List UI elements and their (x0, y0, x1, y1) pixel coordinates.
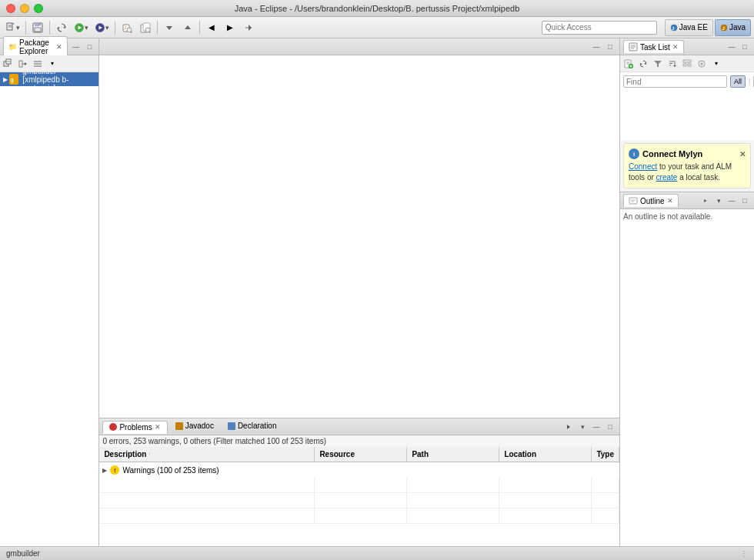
bottom-panel-minimize-btn[interactable]: — (590, 421, 602, 433)
bottom-panel-menu-btn[interactable] (562, 421, 575, 433)
task-list-label: Task List (640, 43, 670, 52)
bottom-panel-chevron-btn[interactable]: ▾ (576, 421, 589, 433)
right-panel: Task List ✕ — □ (619, 38, 754, 560)
col-location-header[interactable]: Location (499, 447, 592, 462)
new-button[interactable]: ▾ (3, 19, 22, 36)
project-tree-item[interactable]: ▶ g gmbuilder [xmlpipedb b-pertussis] (0, 72, 98, 86)
task-list-tab[interactable]: Task List ✕ (623, 40, 684, 53)
table-cell-path (407, 478, 499, 492)
declaration-tab[interactable]: Declaration (222, 420, 283, 433)
outline-maximize-btn[interactable]: □ (739, 195, 751, 207)
link-with-editor-button[interactable] (16, 57, 30, 71)
col-description-label: Description (104, 450, 146, 458)
table-row (99, 508, 619, 524)
outline-view-menu-btn[interactable] (699, 195, 712, 207)
task-list-minimize-btn[interactable]: — (726, 41, 738, 53)
task-all-filter-btn[interactable]: All (730, 75, 746, 88)
maximize-panel-button[interactable]: □ (83, 41, 95, 53)
java-ee-perspective-button[interactable]: J Java EE (665, 19, 713, 36)
open-type-button[interactable]: J (118, 19, 135, 36)
editor-content (99, 55, 619, 418)
task-list-close[interactable]: ✕ (672, 43, 679, 51)
outline-content: An outline is not available. (620, 209, 754, 560)
bottom-panel-maximize-btn[interactable]: □ (604, 421, 616, 433)
javadoc-tab[interactable]: Javadoc (169, 420, 220, 433)
svg-line-21 (149, 32, 151, 33)
statusbar-text: gmbuilder (6, 549, 40, 558)
collapse-all-button[interactable] (2, 57, 15, 71)
problems-tab-close[interactable]: ✕ (155, 423, 161, 431)
editor-minimize-button[interactable]: — (590, 41, 602, 53)
table-cell-description (99, 478, 315, 492)
table-cell-path (407, 493, 499, 508)
outline-tab[interactable]: Outline ✕ (623, 194, 679, 207)
next-annotation-button[interactable] (161, 19, 178, 36)
mylyn-title: Connect Mylyn (642, 149, 702, 158)
task-list-maximize-btn[interactable]: □ (739, 41, 751, 53)
project-icon: g (9, 74, 18, 85)
last-edit-button[interactable] (240, 19, 257, 36)
expand-dropdown-button[interactable]: ▾ (45, 57, 59, 71)
run-button[interactable]: ▾ (72, 19, 91, 36)
mylyn-body: Connect to your task and ALM tools or cr… (629, 162, 746, 183)
connect-mylyn-panel: i Connect Mylyn ✕ Connect to your task a… (623, 143, 751, 188)
col-description-header[interactable]: Description ↑ (99, 447, 315, 462)
package-explorer-close[interactable]: ✕ (56, 43, 62, 51)
task-list-panel: Task List ✕ — □ (620, 38, 754, 192)
back-button[interactable]: ◀ (203, 19, 220, 36)
java-perspective-button[interactable]: J Java (715, 19, 751, 36)
svg-marker-53 (640, 63, 642, 65)
editor-maximize-button[interactable]: □ (604, 41, 616, 53)
prev-annotation-button[interactable] (179, 19, 196, 36)
outline-minimize-btn[interactable]: — (726, 195, 738, 207)
package-explorer-header: 📁 Package Explorer ✕ — □ (0, 38, 98, 55)
mylyn-connect-link[interactable]: Connect (629, 162, 657, 171)
debug-button[interactable]: ▾ (92, 19, 112, 36)
statusbar: gmbuilder ⋮ (0, 546, 754, 560)
outline-chevron-btn[interactable]: ▾ (712, 195, 725, 207)
col-resource-header[interactable]: Resource (315, 447, 407, 462)
col-type-label: Type (596, 450, 614, 458)
task-group-btn[interactable] (680, 57, 694, 71)
task-filter-btn[interactable] (651, 57, 665, 71)
separator-2 (49, 21, 50, 35)
separator-4 (157, 21, 158, 35)
statusbar-dots: ⋮ (740, 549, 748, 558)
quick-access-input[interactable] (542, 21, 657, 35)
pkg-explorer-content[interactable]: ▶ g gmbuilder [xmlpipedb b-pertussis] (0, 72, 98, 560)
save-all-button[interactable] (29, 19, 46, 36)
package-explorer-tab[interactable]: 📁 Package Explorer ✕ (3, 36, 68, 57)
view-menu-button[interactable] (31, 57, 45, 71)
synchronize-btn[interactable] (636, 57, 650, 71)
tree-collapse-arrow[interactable]: ▶ (3, 76, 8, 83)
warnings-group-row[interactable]: ▶ ! Warnings (100 of 253 items) (99, 462, 619, 478)
warnings-expand-arrow[interactable]: ▶ (102, 467, 107, 474)
task-sort-btn[interactable] (666, 57, 679, 71)
problems-tab-label: Problems (119, 423, 152, 432)
warnings-group-label: Warnings (100 of 253 items) (122, 466, 219, 475)
outline-close[interactable]: ✕ (667, 197, 673, 205)
forward-button[interactable]: ▶ (222, 19, 239, 36)
window-controls[interactable] (6, 4, 43, 13)
col-type-header[interactable]: Type (592, 447, 619, 462)
editor-header: — □ (99, 38, 619, 55)
col-path-label: Path (412, 450, 429, 458)
refresh-button[interactable] (53, 19, 70, 36)
minimize-panel-button[interactable]: — (69, 41, 82, 53)
task-view-btn[interactable] (695, 57, 709, 71)
maximize-window-button[interactable] (34, 4, 43, 13)
col-path-header[interactable]: Path (407, 447, 499, 462)
svg-rect-7 (35, 28, 41, 32)
close-window-button[interactable] (6, 4, 15, 13)
svg-rect-0 (7, 23, 12, 30)
outline-empty-text: An outline is not available. (623, 212, 712, 221)
minimize-window-button[interactable] (20, 4, 29, 13)
task-find-input[interactable] (623, 75, 727, 88)
task-filter-separator: | (749, 78, 750, 85)
new-task-btn[interactable] (622, 57, 636, 71)
problems-tab[interactable]: Problems ✕ (102, 421, 167, 434)
open-resource-button[interactable] (137, 19, 154, 36)
mylyn-create-link[interactable]: create (656, 173, 678, 182)
mylyn-close-btn[interactable]: ✕ (739, 150, 746, 158)
task-chevron-btn[interactable]: ▾ (709, 57, 723, 71)
